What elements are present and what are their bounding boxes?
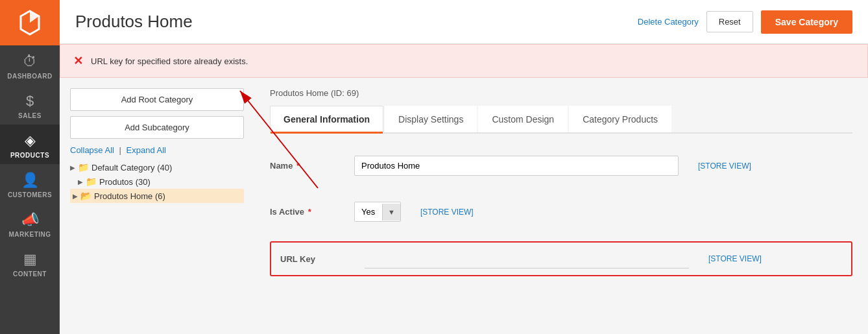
sidebar-label-content: CONTENT: [13, 270, 47, 278]
sidebar-label-dashboard: DASHBOARD: [7, 73, 53, 80]
sidebar-item-content[interactable]: ▦ CONTENT: [0, 243, 60, 283]
name-control-wrap: [STORE VIEW]: [354, 156, 852, 176]
page-header: Produtos Home Delete Category Reset Save…: [60, 0, 868, 44]
content-area: ✕ URL key for specified store already ex…: [60, 44, 868, 334]
collapse-all-link[interactable]: Collapse All: [70, 145, 114, 155]
tree-node-label: Produtos Home (6): [94, 191, 165, 201]
category-id-label: Produtos Home (ID: 69): [270, 88, 852, 98]
save-category-button[interactable]: Save Category: [761, 10, 852, 34]
name-input[interactable]: [354, 156, 679, 176]
tab-display-settings[interactable]: Display Settings: [385, 106, 477, 132]
is-active-select-wrap: Yes No ▼: [354, 202, 401, 222]
sidebar-item-sales[interactable]: $ SALES: [0, 85, 60, 125]
url-key-label: URL Key: [280, 254, 365, 264]
reset-button[interactable]: Reset: [706, 11, 753, 32]
marketing-icon: 📣: [21, 211, 39, 228]
tab-general-information[interactable]: General Information: [270, 106, 383, 134]
add-subcategory-button[interactable]: Add Subcategory: [70, 116, 244, 139]
name-label: Name *: [270, 156, 354, 171]
name-store-view-link[interactable]: [STORE VIEW]: [698, 161, 751, 171]
page-body: Add Root Category Add Subcategory Collap…: [60, 78, 868, 287]
expand-all-link[interactable]: Expand All: [127, 145, 166, 155]
tab-category-products[interactable]: Category Products: [569, 106, 671, 132]
right-panel: Produtos Home (ID: 69) General Informati…: [254, 78, 868, 287]
sales-icon: $: [26, 93, 34, 110]
is-active-label: Is Active *: [270, 202, 354, 217]
is-active-field-row: Is Active * Yes No ▼ [STORE VIEW]: [270, 195, 852, 228]
tree-node-produtos[interactable]: ▶ 📁 Produtos (30): [70, 174, 244, 189]
sidebar-label-customers: CUSTOMERS: [8, 191, 52, 198]
folder-icon: 📁: [86, 176, 97, 187]
tree-expand-icon: ▶: [78, 178, 83, 185]
sidebar-item-dashboard[interactable]: ⏱ DASHBOARD: [0, 45, 60, 85]
name-field-row: Name * [STORE VIEW]: [270, 149, 852, 182]
dashboard-icon: ⏱: [23, 53, 37, 70]
is-active-store-view-link[interactable]: [STORE VIEW]: [420, 208, 474, 217]
sidebar-item-products[interactable]: ◈ PRODUCTS: [0, 125, 60, 164]
sidebar-label-sales: SALES: [18, 112, 42, 119]
sidebar-label-products: PRODUCTS: [10, 152, 49, 159]
error-banner: ✕ URL key for specified store already ex…: [60, 44, 868, 78]
tab-custom-design[interactable]: Custom Design: [478, 106, 568, 132]
customers-icon: 👤: [21, 172, 39, 189]
folder-open-icon: 📂: [80, 191, 91, 201]
tabs: General Information Display Settings Cus…: [270, 106, 852, 134]
magento-logo: [0, 0, 60, 45]
url-key-control-wrap: [STORE VIEW]: [365, 249, 842, 268]
main-content: Produtos Home Delete Category Reset Save…: [60, 0, 868, 334]
url-key-input[interactable]: [365, 249, 689, 268]
products-icon: ◈: [25, 132, 36, 149]
sidebar-item-customers[interactable]: 👤 CUSTOMERS: [0, 164, 60, 204]
url-key-field-row: URL Key [STORE VIEW]: [270, 241, 852, 276]
tree-expand-icon: ▶: [73, 193, 78, 200]
tree-links: Collapse All | Expand All: [70, 145, 244, 155]
add-root-category-button[interactable]: Add Root Category: [70, 88, 244, 111]
sidebar-label-marketing: MARKETING: [8, 231, 51, 238]
error-message: URL key for specified store already exis…: [91, 56, 248, 66]
is-active-select[interactable]: Yes No: [355, 202, 382, 221]
required-indicator: *: [308, 207, 311, 217]
folder-icon: 📁: [78, 162, 89, 173]
is-active-control-wrap: Yes No ▼ [STORE VIEW]: [354, 202, 852, 222]
page-title: Produtos Home: [75, 12, 193, 32]
tree-node-default[interactable]: ▶ 📁 Default Category (40): [70, 160, 244, 174]
delete-category-button[interactable]: Delete Category: [638, 17, 699, 27]
left-panel: Add Root Category Add Subcategory Collap…: [60, 78, 254, 287]
sidebar: ⏱ DASHBOARD $ SALES ◈ PRODUCTS 👤 CUSTOME…: [0, 0, 60, 334]
required-indicator: *: [296, 161, 300, 171]
error-icon: ✕: [73, 54, 83, 68]
header-actions: Delete Category Reset Save Category: [638, 10, 852, 34]
tree-expand-icon: ▶: [70, 164, 75, 171]
content-icon: ▦: [23, 251, 37, 268]
url-key-store-view-link[interactable]: [STORE VIEW]: [708, 254, 762, 263]
sidebar-item-marketing[interactable]: 📣 MARKETING: [0, 204, 60, 243]
select-arrow-icon[interactable]: ▼: [382, 204, 400, 221]
tree-node-label: Produtos (30): [99, 177, 151, 187]
tree-node-produtos-home[interactable]: ▶ 📂 Produtos Home (6): [70, 189, 244, 203]
tree-node-label: Default Category (40): [91, 163, 172, 173]
